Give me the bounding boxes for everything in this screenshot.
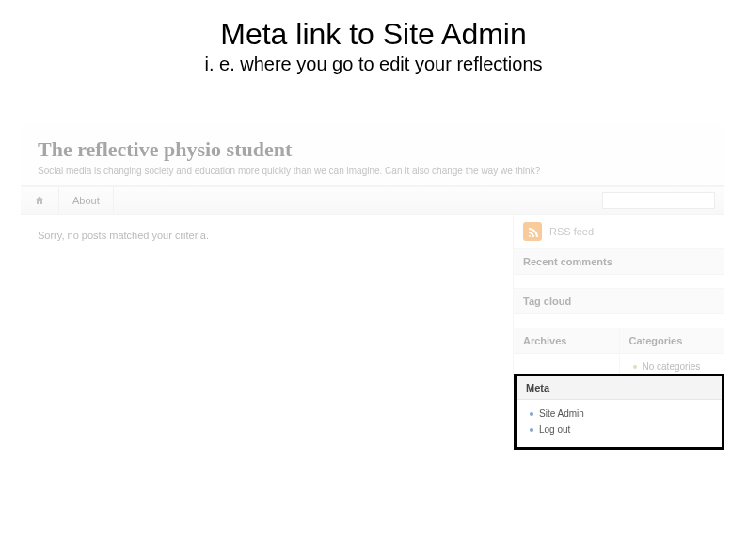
no-posts-message: Sorry, no posts matched your criteria. <box>38 230 496 241</box>
rss-label[interactable]: RSS feed <box>549 226 594 237</box>
site-header: The reflective physio student Social med… <box>21 124 724 186</box>
categories-heading: Categories <box>620 328 725 354</box>
nav-search <box>593 192 724 209</box>
recent-comments-widget: Recent comments <box>514 249 724 289</box>
site-title[interactable]: The reflective physio student <box>38 137 707 162</box>
rss-widget: RSS feed <box>514 215 724 249</box>
sidebar: RSS feed Recent comments Tag cloud Archi… <box>513 215 724 383</box>
bullet-icon <box>530 412 533 416</box>
meta-widget-highlight: Meta Site Admin Log out <box>514 374 724 450</box>
tag-cloud-heading: Tag cloud <box>514 289 724 314</box>
slide-title: Meta link to Site Admin <box>0 17 747 52</box>
meta-logout-item[interactable]: Log out <box>530 422 712 438</box>
nav-home[interactable] <box>21 187 59 214</box>
home-icon <box>34 195 45 206</box>
main-nav: About <box>21 186 724 215</box>
rss-icon[interactable] <box>523 222 542 241</box>
search-input[interactable] <box>602 192 715 209</box>
meta-site-admin-item[interactable]: Site Admin <box>530 406 712 422</box>
no-categories-label: No categories <box>643 361 701 372</box>
tag-cloud-widget: Tag cloud <box>514 289 724 328</box>
bullet-icon <box>633 365 637 369</box>
logout-link[interactable]: Log out <box>539 424 570 435</box>
recent-comments-heading: Recent comments <box>514 249 724 275</box>
site-tagline: Social media is changing society and edu… <box>38 166 707 176</box>
list-item: No categories <box>633 360 716 374</box>
main-column: Sorry, no posts matched your criteria. <box>21 215 513 256</box>
content-area: Sorry, no posts matched your criteria. R… <box>21 215 724 383</box>
archives-heading: Archives <box>514 328 619 354</box>
meta-heading: Meta <box>517 376 722 400</box>
screenshot-container: The reflective physio student Social med… <box>21 124 724 461</box>
slide-subtitle: i. e. where you go to edit your reflecti… <box>0 54 747 75</box>
site-admin-link[interactable]: Site Admin <box>539 408 584 419</box>
bullet-icon <box>530 428 533 432</box>
nav-about[interactable]: About <box>59 187 114 214</box>
